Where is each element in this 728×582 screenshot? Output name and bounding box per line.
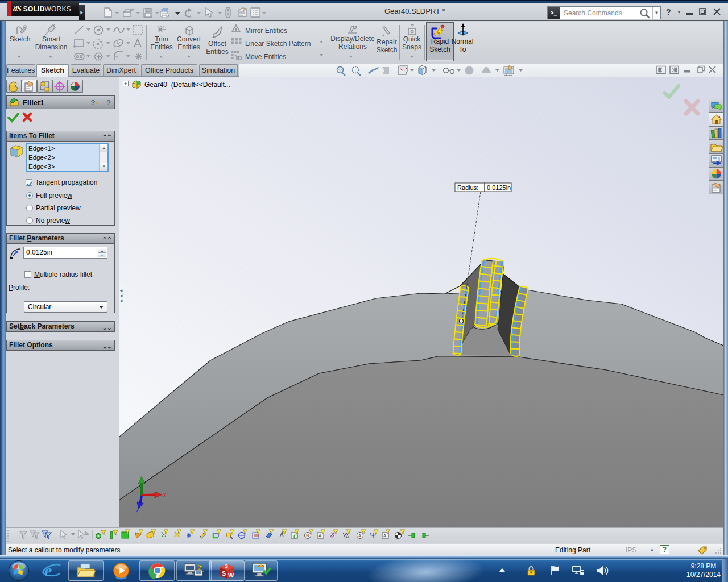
svg-text:Radius:: Radius: <box>457 184 478 191</box>
svg-text:0.0125in: 0.0125in <box>487 184 511 191</box>
svg-text:Y: Y <box>139 475 142 480</box>
svg-text:N: N <box>306 533 309 538</box>
svg-text:X: X <box>163 492 167 498</box>
svg-text:e: e <box>44 562 52 580</box>
svg-text:S: S <box>222 570 226 577</box>
svg-text:W: W <box>228 572 234 579</box>
svg-text:S: S <box>225 563 228 569</box>
svg-text:A: A <box>358 533 362 538</box>
svg-text:Z: Z <box>135 508 139 514</box>
svg-text:A: A <box>383 533 387 538</box>
svg-text:A: A <box>318 533 322 538</box>
